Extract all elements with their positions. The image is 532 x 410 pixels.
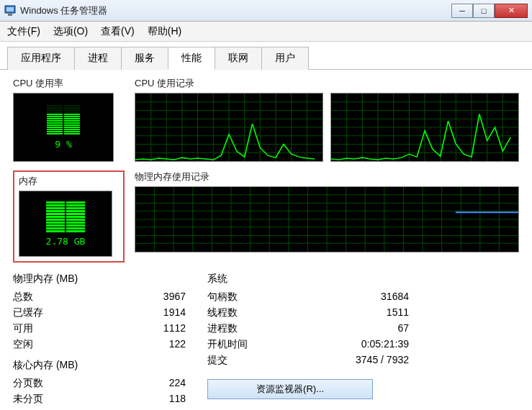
memory-section: 内存 2.78 GB	[13, 170, 125, 263]
close-button[interactable]: ✕	[495, 4, 528, 18]
app-icon	[4, 5, 16, 17]
processes-label: 进程数	[207, 320, 238, 336]
uptime-label: 开机时间	[207, 336, 248, 352]
right-stats-column: 系统 句柄数31684 线程数1511 进程数67 开机时间0:05:21:39…	[207, 273, 409, 406]
left-stats-column: 物理内存 (MB) 总数3967 已缓存1914 可用1112 空闲122 核心…	[13, 273, 186, 406]
tab-performance[interactable]: 性能	[168, 47, 215, 70]
tab-networking[interactable]: 联网	[215, 47, 262, 70]
cpu-history-section: CPU 使用记录	[135, 77, 519, 162]
phys-available-value: 1112	[163, 320, 186, 336]
commit-label: 提交	[207, 352, 227, 368]
phys-available-label: 可用	[13, 320, 33, 336]
window-title: Windows 任务管理器	[20, 4, 451, 17]
memory-history-section: 物理内存使用记录	[135, 170, 519, 263]
menu-help[interactable]: 帮助(H)	[148, 25, 181, 38]
tab-processes[interactable]: 进程	[74, 47, 122, 70]
cpu-usage-value: 9 %	[55, 139, 71, 150]
menu-file[interactable]: 文件(F)	[7, 25, 40, 38]
uptime-value: 0:05:21:39	[361, 336, 409, 352]
kernel-nonpaged-value: 118	[169, 391, 186, 406]
handles-value: 31684	[381, 288, 409, 304]
phys-free-label: 空闲	[13, 336, 33, 352]
tab-users[interactable]: 用户	[261, 47, 309, 70]
cpu-history-graph-1	[135, 93, 323, 162]
tab-strip: 应用程序 进程 服务 性能 联网 用户	[0, 42, 532, 70]
processes-value: 67	[397, 320, 409, 336]
physical-memory-group: 物理内存 (MB) 总数3967 已缓存1914 可用1112 空闲122	[13, 273, 186, 352]
kernel-memory-group: 核心内存 (MB) 分页数224 未分页118	[13, 359, 186, 406]
memory-history-label: 物理内存使用记录	[135, 170, 519, 183]
svg-rect-1	[6, 7, 14, 12]
menu-view[interactable]: 查看(V)	[101, 25, 135, 38]
system-title: 系统	[207, 273, 409, 286]
memory-highlight-frame: 内存 2.78 GB	[13, 170, 125, 263]
cpu-usage-gauge: 9 %	[13, 93, 114, 162]
phys-free-value: 122	[169, 336, 186, 352]
window-buttons: ─ □ ✕	[451, 4, 528, 18]
cpu-history-graph-2	[330, 93, 519, 162]
kernel-nonpaged-label: 未分页	[13, 391, 43, 406]
svg-rect-2	[8, 14, 12, 16]
memory-gauge: 2.78 GB	[19, 191, 112, 257]
phys-total-value: 3967	[163, 288, 186, 304]
phys-total-label: 总数	[13, 288, 33, 304]
cpu-usage-label: CPU 使用率	[13, 77, 125, 90]
minimize-button[interactable]: ─	[451, 4, 473, 18]
memory-history-graph	[135, 186, 519, 252]
kernel-paged-value: 224	[169, 375, 186, 391]
tab-services[interactable]: 服务	[121, 47, 168, 70]
cpu-history-label: CPU 使用记录	[135, 77, 519, 90]
tab-applications[interactable]: 应用程序	[7, 47, 75, 70]
performance-panel: CPU 使用率 9 % CPU 使用记录	[0, 70, 532, 410]
memory-label: 内存	[19, 175, 119, 188]
memory-value: 2.78 GB	[46, 236, 86, 247]
resource-monitor-button[interactable]: 资源监视器(R)...	[207, 379, 373, 399]
kernel-memory-title: 核心内存 (MB)	[13, 359, 186, 372]
maximize-button[interactable]: □	[473, 4, 495, 18]
menubar: 文件(F) 选项(O) 查看(V) 帮助(H)	[0, 22, 532, 42]
kernel-paged-label: 分页数	[13, 375, 43, 391]
titlebar: Windows 任务管理器 ─ □ ✕	[0, 0, 532, 22]
physical-memory-title: 物理内存 (MB)	[13, 273, 186, 286]
commit-value: 3745 / 7932	[356, 352, 409, 368]
cpu-usage-section: CPU 使用率 9 %	[13, 77, 125, 162]
phys-cached-value: 1914	[163, 304, 186, 320]
menu-options[interactable]: 选项(O)	[53, 25, 88, 38]
handles-label: 句柄数	[207, 288, 238, 304]
system-group: 系统 句柄数31684 线程数1511 进程数67 开机时间0:05:21:39…	[207, 273, 409, 368]
threads-label: 线程数	[207, 304, 238, 320]
threads-value: 1511	[387, 304, 409, 320]
phys-cached-label: 已缓存	[13, 304, 43, 320]
